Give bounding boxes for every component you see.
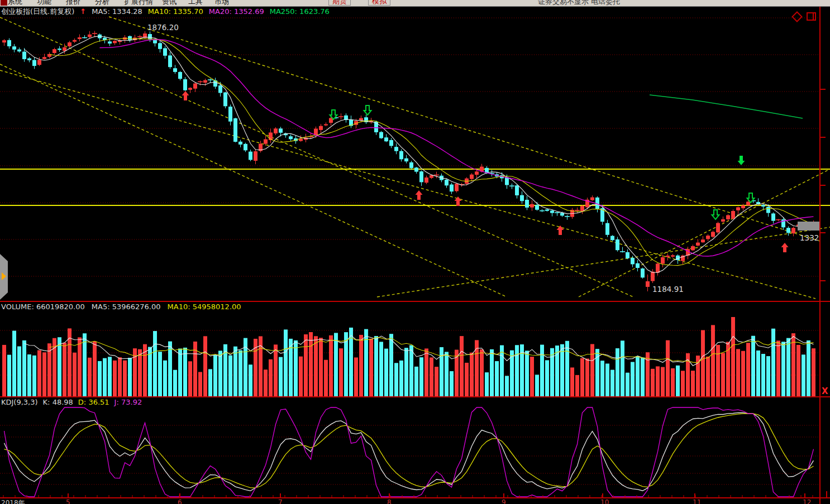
x-axis-month-label: 10 [600, 498, 609, 504]
kdj-header: KDJ(9,3,3) K: 48.98 D: 36.51 J: 73.92 [1, 398, 142, 406]
buy-signal-arrow [416, 190, 423, 200]
x-axis-month-label: 6 [178, 498, 182, 504]
expand-arrow-icon [2, 272, 6, 280]
grid-main [0, 18, 820, 276]
main-chart-header: 创业板指(日线.前复权) ↑ MA5: 1334.28 MA10: 1335.7… [1, 7, 330, 17]
menu-item[interactable]: 报价 [66, 0, 80, 7]
svg-text:1332: 1332 [800, 233, 819, 242]
sell-signal-arrow [364, 105, 371, 115]
x-axis-month-label: 9 [502, 498, 506, 504]
ma250-label: MA250: 1623.76 [270, 7, 330, 16]
sidebar-expand-handle[interactable] [0, 254, 8, 300]
panel-borders [0, 6, 830, 504]
buy-signal-arrow [182, 91, 189, 100]
menu-item[interactable]: 分析 [95, 0, 109, 7]
grid-kdj [0, 425, 820, 484]
x-axis-month-label: 11 [693, 498, 701, 504]
menu-bar: 证券交易不显示 电话委托 系统功能报价分析扩展行情资讯工具市场期货模拟 [0, 0, 830, 7]
diamond-icon[interactable] [791, 11, 803, 22]
volume-ma5: MA5: 53966276.00 [92, 303, 161, 311]
up-arrow-icon: ↑ [80, 7, 86, 16]
split-window-icon[interactable] [807, 12, 816, 21]
kdj-k: K: 48.98 [43, 398, 73, 406]
kdj-name: KDJ(9,3,3) [1, 398, 38, 406]
app-icon[interactable] [1, 0, 7, 6]
volume-value: VOLUME: 66019820.00 [1, 303, 85, 311]
ma10-label: MA10: 1335.70 [148, 7, 203, 16]
x-axis-month-label: 7 [278, 498, 283, 504]
buy-signal-arrow [557, 225, 564, 235]
ma-lines [25, 36, 814, 272]
volume-series [2, 317, 815, 396]
ma250-line [650, 95, 803, 118]
volume-header: VOLUME: 66019820.00 MA5: 53966276.00 MA1… [1, 303, 241, 311]
price-annotations: 1876.201184.911332 [147, 23, 819, 294]
x-axis-month-label: 5 [66, 498, 70, 504]
kdj-lines [4, 407, 814, 497]
kdj-d: D: 36.51 [78, 398, 109, 406]
trading-terminal: { "window": { "close_x": "X", "menubar":… [0, 0, 830, 504]
kdj-j: J: 73.92 [115, 398, 142, 406]
volume-ma10: MA10: 54958012.00 [168, 303, 241, 311]
sell-signal-arrow [712, 210, 719, 219]
menu-item[interactable]: 市场 [214, 0, 229, 7]
sell-signal-arrow [738, 156, 745, 165]
menu-item[interactable]: 工具 [188, 0, 203, 7]
x-axis-month-label: 12 [803, 498, 811, 504]
menu-item[interactable]: 扩展行情 [124, 0, 153, 7]
volume-ma-lines [25, 335, 814, 366]
chart-corner-tools [793, 12, 816, 21]
support-resistance-lines [0, 169, 830, 205]
svg-text:1184.91: 1184.91 [652, 285, 684, 294]
broker-status-text: 证券交易不显示 电话委托 [538, 0, 620, 7]
menu-item[interactable]: 功能 [37, 0, 51, 7]
buy-signal-arrow [781, 243, 789, 252]
menu-hot-item[interactable]: 期货 [328, 0, 351, 6]
ma5-label: MA5: 1334.28 [92, 7, 142, 16]
x-axis: 2018年 56789101112 [0, 498, 830, 504]
x-axis-month-label: 8 [387, 498, 392, 504]
chart-canvas[interactable]: 1876.201184.911332 [0, 0, 830, 504]
svg-text:1876.20: 1876.20 [147, 23, 179, 32]
close-indicator-button[interactable]: X [822, 386, 828, 396]
menu-item[interactable]: 资讯 [162, 0, 177, 7]
x-axis-year-label: 2018年 [1, 498, 25, 504]
menu-item[interactable]: 系统 [8, 0, 22, 7]
ma20-label: MA20: 1352.69 [209, 7, 264, 16]
menu-hot-item[interactable]: 模拟 [368, 0, 390, 6]
chart-title: 创业板指(日线.前复权) [1, 7, 74, 17]
